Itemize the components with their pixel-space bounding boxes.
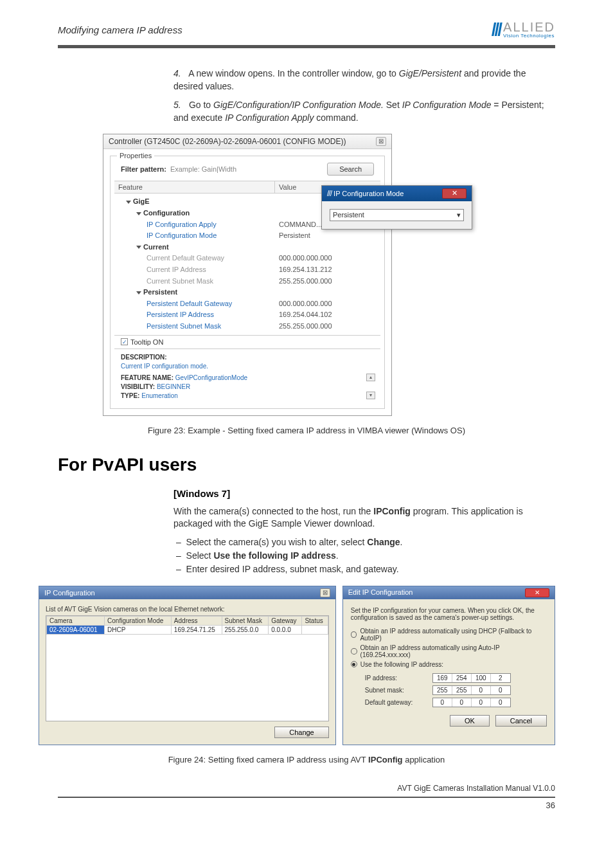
subheading-windows7: [Windows 7]: [173, 488, 555, 499]
close-icon[interactable]: ✕: [442, 188, 466, 199]
logo-bars-icon: ///: [327, 189, 332, 198]
gateway-input[interactable]: 0000: [432, 698, 511, 707]
figure-24-caption: Figure 24: Setting fixed camera IP addre…: [58, 755, 555, 764]
radio-static[interactable]: Use the following IP address:: [351, 661, 547, 668]
cancel-button[interactable]: Cancel: [495, 715, 547, 727]
bullet-item: – Select the camera(s) you wish to alter…: [176, 536, 555, 549]
window-title: IP Configuration: [44, 589, 95, 597]
filter-hint: Example: Gain|Width: [170, 165, 236, 173]
page-header: Modifying camera IP address /// ALLIED V…: [58, 0, 555, 48]
ip-mode-select[interactable]: Persistent ▾: [330, 209, 464, 221]
chevron-down-icon: ▾: [457, 211, 461, 219]
ip-configuration-window: IP Configuration ⊠ List of AVT GigE Visi…: [39, 586, 336, 745]
subnet-mask-label: Subnet mask:: [365, 687, 426, 694]
edit-description: Set the IP configuration for your camera…: [351, 607, 547, 621]
ip-config-mode-popup: /// IP Configuration Mode ✕ Persistent ▾: [321, 185, 472, 230]
footer-text: AVT GigE Cameras Installation Manual V1.…: [58, 784, 555, 793]
bullet-item: – Select Use the following IP address.: [176, 549, 555, 563]
header-title: Modifying camera IP address: [58, 24, 182, 35]
close-icon[interactable]: ⊠: [320, 588, 330, 597]
logo-bars-icon: ///: [492, 19, 501, 40]
radio-autoip[interactable]: Obtain an IP address automatically using…: [351, 644, 547, 658]
col-feature: Feature: [114, 181, 275, 193]
ok-button[interactable]: OK: [450, 715, 490, 727]
scrollbar-icon[interactable]: ▴▾: [366, 374, 375, 399]
search-button[interactable]: Search: [327, 163, 374, 176]
window-title: Edit IP Configuration: [348, 588, 413, 597]
section-heading-pvapi: For PvAPI users: [58, 455, 555, 475]
close-icon[interactable]: ⊠: [376, 137, 386, 146]
edit-ip-configuration-window: Edit IP Configuration ✕ Set the IP confi…: [342, 586, 555, 745]
logo-sub: Vision Technologies: [503, 33, 555, 39]
paragraph: With the camera(s) connected to the host…: [173, 505, 555, 530]
subnet-mask-input[interactable]: 25525500: [432, 685, 511, 695]
list-label: List of AVT GigE Vision cameras on the l…: [46, 606, 329, 613]
close-icon[interactable]: ✕: [525, 588, 549, 597]
properties-label: Properties: [117, 152, 154, 159]
filter-label: Filter pattern:: [121, 165, 166, 173]
logo-main: ALLIED: [503, 21, 555, 33]
camera-list-table[interactable]: Camera Configuration Mode Address Subnet…: [46, 616, 328, 635]
controller-window-figure: Controller (GT2450C (02-2609A)-02-2609A-…: [103, 134, 472, 415]
change-button[interactable]: Change: [274, 727, 329, 738]
step-5: 5. Go to GigE/Configuration/IP Configura…: [173, 99, 555, 124]
gateway-label: Default gateway:: [365, 699, 426, 706]
table-row[interactable]: 02-2609A-06001 DHCP 169.254.71.25 255.25…: [47, 625, 328, 634]
figure-23-caption: Figure 23: Example - Setting fixed camer…: [58, 426, 555, 435]
page-number: 36: [58, 797, 555, 810]
description-panel: DESCRIPTION: Current IP configuration mo…: [114, 348, 380, 404]
window-titlebar: Controller (GT2450C (02-2609A)-02-2609A-…: [103, 134, 391, 149]
tooltip-label: Tooltip ON: [130, 338, 163, 346]
tooltip-checkbox[interactable]: ✓: [121, 338, 128, 345]
ip-address-label: IP address:: [365, 674, 426, 682]
bullet-item: – Enter desired IP address, subnet mask,…: [176, 563, 555, 576]
popup-title: IP Configuration Mode: [333, 190, 404, 197]
brand-logo: /// ALLIED Vision Technologies: [492, 19, 555, 40]
radio-dhcp[interactable]: Obtain an IP address automatically using…: [351, 628, 547, 642]
ip-address-input[interactable]: 1692541002: [432, 673, 511, 683]
window-title: Controller (GT2450C (02-2609A)-02-2609A-…: [109, 137, 346, 146]
step-4: 4. A new window opens. In the controller…: [173, 68, 555, 93]
